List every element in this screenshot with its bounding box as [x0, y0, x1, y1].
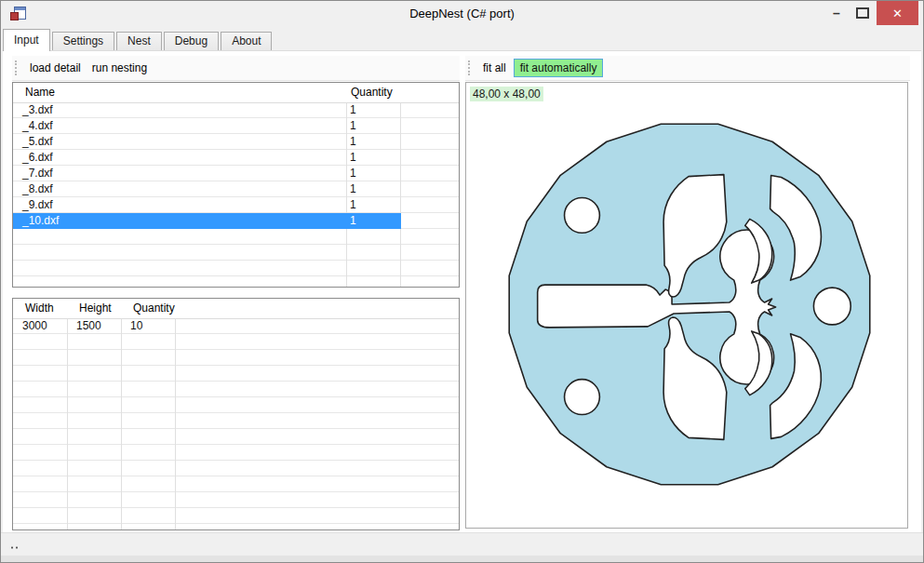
close-button[interactable]: ✕ [877, 1, 918, 25]
sheets-table-body [13, 318, 459, 529]
left-toolbar: load detail run nesting [12, 56, 460, 81]
hole-bottom-left [565, 380, 600, 415]
table-row[interactable]: _8.dxf 1 [13, 181, 459, 197]
sheets-table: Width Height Quantity 3000 1500 10 [12, 298, 460, 530]
preview-canvas[interactable]: 48,00 x 48,00 [465, 82, 908, 529]
column-header-quantity[interactable]: Quantity [133, 302, 175, 315]
tab-nest[interactable]: Nest [116, 32, 162, 50]
column-header-quantity[interactable]: Quantity [351, 86, 393, 99]
tab-strip: Input Settings Nest Debug About [3, 29, 921, 50]
maximize-button[interactable] [850, 1, 876, 25]
toolbar-grip-icon[interactable] [15, 60, 19, 75]
table-row-selected[interactable]: _10.dxf 1 [13, 213, 459, 229]
part-quantity: 1 [350, 134, 356, 149]
close-icon: ✕ [892, 7, 903, 20]
minimize-button[interactable]: – [824, 1, 850, 25]
parts-table-header: Name Quantity [13, 83, 459, 103]
part-name: _7.dxf [22, 166, 53, 181]
column-header-name[interactable]: Name [25, 86, 55, 99]
title-bar[interactable]: DeepNest (C# port) – ✕ [1, 1, 923, 28]
run-nesting-button[interactable]: run nesting [87, 60, 153, 76]
table-row[interactable]: _5.dxf 1 [13, 134, 459, 150]
tab-about[interactable]: About [221, 32, 272, 50]
part-quantity: 1 [350, 150, 356, 165]
fit-automatically-toggle[interactable]: fit automatically [514, 59, 604, 77]
tab-input[interactable]: Input [3, 29, 50, 51]
tab-settings[interactable]: Settings [52, 32, 114, 50]
sheet-width: 3000 [22, 318, 47, 333]
part-quantity: 1 [350, 181, 356, 196]
part-name: _3.dxf [22, 102, 53, 117]
toolbar-grip-icon[interactable] [468, 60, 472, 75]
fit-all-button[interactable]: fit all [477, 60, 512, 76]
part-quantity: 1 [350, 166, 356, 181]
tab-debug[interactable]: Debug [164, 32, 219, 50]
part-name: _5.dxf [22, 134, 53, 149]
app-window: DeepNest (C# port) – ✕ Input Settings Ne… [0, 0, 924, 563]
window-resize-border[interactable] [1, 556, 923, 562]
part-name: _8.dxf [22, 181, 53, 196]
sheet-quantity: 10 [130, 318, 142, 333]
parts-table: Name Quantity _3.dxf 1 _4.dxf 1 _5.dxf 1… [12, 82, 460, 288]
column-header-height[interactable]: Height [79, 302, 112, 315]
part-quantity: 1 [350, 213, 356, 228]
part-name: _9.dxf [22, 197, 53, 212]
part-drawing [466, 83, 907, 528]
part-name: _10.dxf [22, 213, 59, 228]
sheets-table-header: Width Height Quantity [13, 299, 459, 319]
hole-right [813, 288, 850, 325]
table-row[interactable]: _4.dxf 1 [13, 118, 459, 134]
table-row[interactable]: _7.dxf 1 [13, 166, 459, 181]
part-name: _4.dxf [22, 118, 53, 133]
hole-top-left [565, 197, 600, 233]
maximize-icon [856, 7, 869, 19]
part-quantity: 1 [350, 102, 356, 117]
app-icon [10, 7, 25, 21]
minimize-icon: – [833, 6, 840, 20]
sheet-size-label: 48,00 x 48,00 [470, 87, 543, 101]
table-row[interactable]: _9.dxf 1 [13, 197, 459, 213]
load-detail-button[interactable]: load detail [24, 60, 87, 76]
part-name: _6.dxf [22, 150, 53, 165]
table-row[interactable]: _6.dxf 1 [13, 150, 459, 166]
status-grip-icon [10, 546, 20, 549]
status-bar [1, 532, 923, 556]
window-title: DeepNest (C# port) [1, 7, 923, 20]
input-tab-page: load detail run nesting Name Quantity _3… [3, 50, 921, 533]
part-quantity: 1 [350, 197, 356, 212]
table-row[interactable]: 3000 1500 10 [13, 318, 459, 334]
sheet-height: 1500 [76, 318, 101, 333]
column-header-width[interactable]: Width [25, 302, 54, 315]
part-quantity: 1 [350, 118, 356, 133]
table-row[interactable]: _3.dxf 1 [13, 102, 459, 118]
right-toolbar: fit all fit automatically [465, 56, 910, 81]
